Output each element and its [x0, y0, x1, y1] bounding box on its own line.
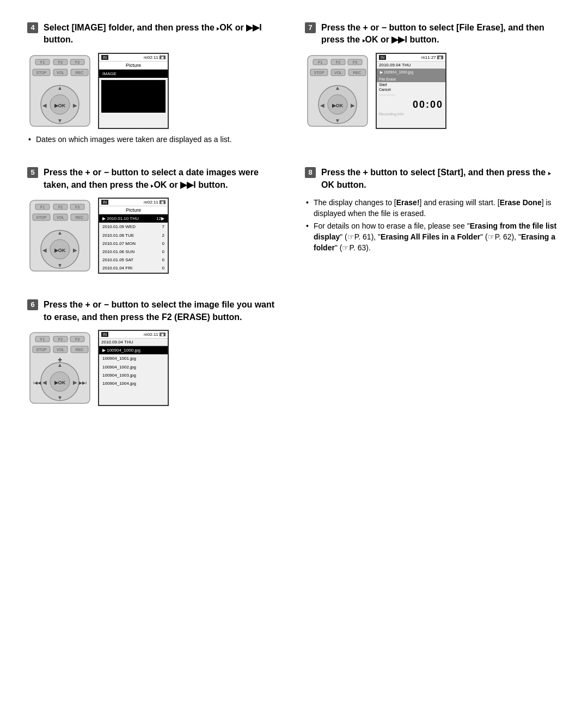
- screen-5-header: IN m02:11 ▣: [99, 199, 168, 206]
- step-7-screen: IN m11:27 ▣ 2010.09.04 THU ▶ 100904_1000…: [376, 53, 446, 129]
- svg-text:▶: ▶: [73, 379, 77, 385]
- step-7-number: 7: [305, 22, 316, 33]
- screen-7-date: 2010.09.04 THU: [377, 62, 445, 69]
- svg-text:VOL: VOL: [57, 348, 64, 352]
- svg-text:▼: ▼: [335, 118, 340, 124]
- screen-5-row-6: 2010.01.04 FRI0: [99, 264, 168, 272]
- svg-text:▶▶I: ▶▶I: [79, 380, 87, 385]
- screen-6-date: 2010.09.04 THU: [99, 339, 168, 346]
- step-5-block: 5 Press the + or − button to select a da…: [27, 167, 283, 279]
- screen-5-row-5: 2010.01.05 SAT0: [99, 256, 168, 264]
- step-8-number: 8: [305, 167, 316, 178]
- step-6-title: Press the + or − button to select the im…: [44, 299, 283, 323]
- screen-5-row-1: 2010.01.09 WED7: [99, 223, 168, 231]
- step-4-heading: 4 Select [IMAGE] folder, and then press …: [27, 22, 283, 46]
- svg-text:F3: F3: [75, 205, 79, 209]
- step-7-block: 7 Press the + or − button to select [Fil…: [305, 22, 561, 147]
- svg-text:▼: ▼: [57, 262, 63, 268]
- screen-7-start: Start: [377, 82, 445, 87]
- step-5-device: F1 F2 F3 STOP VOL REC ▶OK ▲ ▼ ◀ ▶: [27, 198, 93, 274]
- step-6-screen: IN m02:11 ▣ 2010.09.04 THU ▶ 100904_1000…: [98, 330, 169, 406]
- page-layout: 4 Select [IMAGE] folder, and then press …: [27, 22, 561, 431]
- screen-6-file-4: 100904_1004.jpg: [99, 379, 168, 388]
- screen-6-in: IN: [101, 332, 108, 337]
- screen-6-file-2: 100904_1002.jpg: [99, 363, 168, 371]
- screen-5-title: Picture: [99, 206, 168, 214]
- svg-text:▶OK: ▶OK: [54, 103, 66, 108]
- device-svg-5: F1 F2 F3 STOP VOL REC ▶OK ▲ ▼ ◀ ▶: [27, 198, 93, 274]
- svg-text:◀: ◀: [42, 102, 47, 108]
- step-5-title: Press the + or − button to select a date…: [44, 167, 283, 191]
- step-8-bullets: The display changes to [Erase!] and eras…: [305, 198, 561, 253]
- svg-text:▶OK: ▶OK: [54, 380, 66, 385]
- svg-text:◀: ◀: [42, 247, 47, 253]
- svg-text:F3: F3: [75, 337, 79, 341]
- svg-text:▶: ▶: [73, 247, 77, 253]
- svg-text:VOL: VOL: [57, 71, 64, 75]
- svg-text:F2: F2: [336, 60, 340, 64]
- screen-6-header: IN m02:11 ▣: [99, 331, 168, 339]
- screen-in: IN: [101, 55, 108, 60]
- step-8-bullet-2: For details on how to erase a file, plea…: [305, 221, 561, 253]
- svg-text:▼: ▼: [57, 118, 63, 124]
- step-8-block: 8 Press the + button to select [Start], …: [305, 167, 561, 279]
- screen-7-filename: ▶ 100904_1000.jpg: [377, 69, 445, 76]
- svg-text:▲: ▲: [57, 230, 63, 236]
- step-8-bullet-1: The display changes to [Erase!] and eras…: [305, 198, 561, 219]
- step-6-number: 6: [27, 299, 38, 310]
- step-6-device: F1 F2 F3 STOP VOL REC ▶OK ▲ ▼ ◀ ▶: [27, 330, 93, 406]
- svg-text:STOP: STOP: [314, 71, 324, 75]
- svg-text:▶OK: ▶OK: [332, 103, 344, 108]
- step-5-images: F1 F2 F3 STOP VOL REC ▶OK ▲ ▼ ◀ ▶: [27, 198, 283, 274]
- screen-7-file-erase: File Erase: [377, 76, 445, 82]
- screen-7-time: m11:27 ▣: [421, 55, 443, 60]
- step-8-heading: 8 Press the + button to select [Start], …: [305, 167, 561, 191]
- screen-5-row-2: 2010.01.08 TUE2: [99, 231, 168, 239]
- svg-text:◀: ◀: [42, 379, 47, 385]
- screen-4-row-image: IMAGE: [99, 70, 168, 78]
- step-8-title: Press the + button to select [Start], an…: [321, 167, 561, 191]
- step-6-spacer: [305, 299, 561, 431]
- step-6-block: 6 Press the + or − button to select the …: [27, 299, 283, 411]
- svg-text:F2: F2: [58, 205, 63, 209]
- svg-text:▲: ▲: [335, 85, 340, 91]
- screen-5-in: IN: [101, 200, 108, 205]
- device-svg: F1 F2 F3 STOP VOL REC ▶OK ▲: [27, 53, 93, 129]
- step-4-device: F1 F2 F3 STOP VOL REC ▶OK ▲: [27, 53, 93, 129]
- screen-5-row-0: ▶ 2010.01.10 THU12▶: [99, 214, 168, 223]
- screen-4-header: IN m02:11 ▣: [99, 54, 168, 62]
- svg-text:F2: F2: [58, 60, 63, 64]
- step-4-title: Select [IMAGE] folder, and then press th…: [44, 22, 283, 46]
- screen-4-title: Picture: [99, 62, 168, 70]
- svg-text:REC: REC: [76, 348, 84, 352]
- step-4-screen: IN m02:11 ▣ Picture IMAGE: [98, 53, 169, 129]
- svg-text:F3: F3: [75, 60, 79, 64]
- svg-text:F1: F1: [318, 60, 322, 64]
- svg-text:▶: ▶: [351, 102, 355, 108]
- svg-text:▶: ▶: [73, 102, 77, 108]
- svg-text:I◀◀: I◀◀: [33, 380, 41, 385]
- step-5-heading: 5 Press the + or − button to select a da…: [27, 167, 283, 191]
- device-svg-7: F1 F2 F3 STOP VOL REC ▶OK ▲ ▼ ◀ ▶: [305, 53, 370, 129]
- svg-text:STOP: STOP: [36, 216, 47, 219]
- step-4-bullets: Dates on which images were taken are dis…: [27, 134, 283, 145]
- svg-text:F2: F2: [58, 337, 63, 341]
- screen-7-rec-info: Recording Info: [377, 112, 445, 116]
- screen-6-file-0: ▶ 100904_1000.jpg: [99, 346, 168, 354]
- svg-text:VOL: VOL: [334, 71, 342, 75]
- screen-7-separator: ──────: [377, 92, 445, 98]
- step-6-heading: 6 Press the + or − button to select the …: [27, 299, 283, 323]
- screen-7-cancel: Cancel: [377, 87, 445, 92]
- step-4-bullet-1: Dates on which images were taken are dis…: [27, 134, 283, 145]
- svg-text:▶OK: ▶OK: [54, 248, 66, 253]
- device-svg-6: F1 F2 F3 STOP VOL REC ▶OK ▲ ▼ ◀ ▶: [27, 330, 93, 406]
- screen-6-time: m02:11 ▣: [144, 332, 166, 337]
- step-4-number: 4: [27, 22, 38, 33]
- svg-text:▲: ▲: [57, 85, 63, 91]
- svg-text:STOP: STOP: [36, 348, 47, 352]
- screen-6-file-1: 100904_1001.jpg: [99, 354, 168, 362]
- svg-text:▼: ▼: [57, 395, 63, 401]
- step-7-images: F1 F2 F3 STOP VOL REC ▶OK ▲ ▼ ◀ ▶: [305, 53, 561, 129]
- svg-text:F1: F1: [40, 60, 45, 64]
- screen-time: m02:11 ▣: [144, 55, 166, 60]
